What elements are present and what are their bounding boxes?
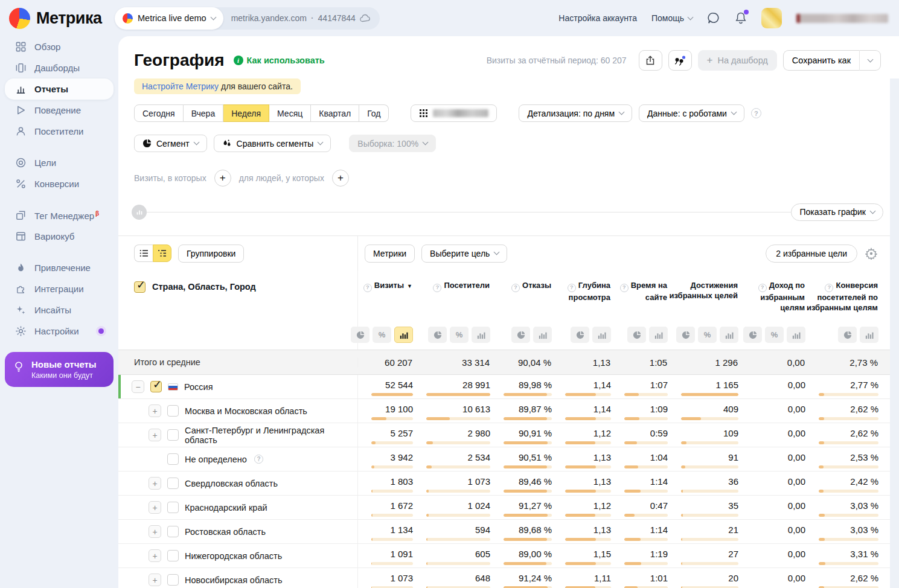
column-label[interactable]: ?Глубина просмотра [552,280,611,302]
account-settings-link[interactable]: Настройка аккаунта [558,13,637,23]
pie-view-button[interactable] [838,327,857,343]
help-circle-icon[interactable]: ? [363,284,372,292]
bar-view-button[interactable] [720,327,738,343]
bar-view-button[interactable] [394,327,413,343]
pie-view-button[interactable] [428,327,447,343]
region-name[interactable]: Свердловская область [185,479,278,488]
save-as-dropdown[interactable] [859,50,881,71]
region-name[interactable]: Новосибирская область [185,575,283,585]
segment-dropdown[interactable]: Сегмент [134,135,207,152]
sidebar-item-conversions[interactable]: Конверсии [0,173,118,194]
pie-view-button[interactable] [571,327,589,343]
row-checkbox[interactable] [150,381,162,392]
show-chart-button[interactable]: Показать график [791,203,883,221]
chat-icon[interactable] [707,11,720,25]
row-checkbox[interactable] [167,526,179,537]
compare-segments-dropdown[interactable]: Сравнить сегменты [214,135,331,152]
row-checkbox[interactable] [167,478,179,489]
sidebar-item-goals[interactable]: Цели [0,152,118,173]
help-circle-icon[interactable]: ? [825,284,833,292]
export-button[interactable] [639,50,662,71]
pie-view-button[interactable] [743,327,762,343]
row-checkbox[interactable] [167,574,179,586]
pie-view-button[interactable] [676,327,695,343]
scrollbar-gutter[interactable] [890,78,899,588]
percent-view-button[interactable]: % [450,327,469,343]
region-name[interactable]: Ростовская область [185,527,266,537]
tab-month[interactable]: Месяц [269,104,311,122]
region-name[interactable]: Краснодарский край [185,503,267,513]
row-checkbox[interactable] [167,550,179,561]
save-as-button[interactable]: Сохранить как [783,50,859,71]
column-label[interactable]: ?Отказы [511,280,552,292]
help-circle-icon[interactable]: ? [433,284,441,292]
help-circle-icon[interactable]: ? [254,455,263,464]
tree-view-button[interactable] [153,244,171,262]
bar-view-button[interactable] [649,327,668,343]
column-label[interactable]: ?Доход по избранным целям [738,280,805,313]
tab-week[interactable]: Неделя [223,104,269,122]
sidebar-item-reports[interactable]: Отчеты [5,78,114,100]
setup-metrica-link[interactable]: Настройте Метрику [142,81,219,91]
column-label[interactable]: ?Время на сайте [611,280,668,302]
expand-button[interactable]: + [149,574,161,586]
percent-view-button[interactable]: % [698,327,717,343]
expand-button[interactable]: + [149,477,161,490]
column-label[interactable]: ?Посетители [433,280,490,292]
region-name[interactable]: Не определено [185,455,247,464]
notifications-bell[interactable] [735,11,747,25]
new-reports-promo[interactable]: Новые отчеты Какими они будут [5,352,114,387]
bar-view-button[interactable] [787,327,805,343]
tab-today[interactable]: Сегодня [134,104,184,122]
region-name[interactable]: Россия [184,382,213,392]
pie-view-button[interactable] [351,327,370,343]
add-to-dashboard-button[interactable]: + На дашборд [698,50,777,71]
data-mode-dropdown[interactable]: Данные: с роботами [639,104,744,122]
list-view-button[interactable] [134,244,153,262]
expand-button[interactable]: + [149,404,161,417]
column-label[interactable]: ?Конверсия посетителей по избранным целя… [805,280,878,313]
region-name[interactable]: Нижегородская область [185,551,282,561]
groupings-button[interactable]: Группировки [178,244,244,263]
table-settings-gear-icon[interactable] [865,248,877,260]
sidebar-item-dashboards[interactable]: Дашборды [0,57,118,78]
expand-button[interactable]: + [149,525,161,538]
row-checkbox[interactable] [167,429,179,441]
help-circle-icon[interactable]: ? [758,284,767,292]
metrics-button[interactable]: Метрики [365,244,415,263]
expand-button[interactable]: + [149,429,161,441]
pie-view-button[interactable] [511,327,530,343]
column-label[interactable]: Достижения избранных целей [668,280,738,301]
detalization-dropdown[interactable]: Детализация: по дням [519,104,632,122]
add-people-condition-button[interactable]: + [332,170,349,187]
percent-view-button[interactable]: % [373,327,391,343]
expand-button[interactable]: + [149,501,161,514]
sampling-dropdown[interactable]: Выборка: 100% [349,135,436,152]
percent-view-button[interactable]: % [765,327,784,343]
sidebar-item-insights[interactable]: Инсайты [0,299,118,321]
counter-select[interactable]: Metrica live demo [115,7,223,30]
sidebar-item-settings[interactable]: Настройки [0,321,118,342]
date-range-button[interactable] [411,104,497,122]
choose-goal-dropdown[interactable]: Выберите цель [421,244,507,263]
sidebar-item-variocube[interactable]: Вариокуб [0,226,118,247]
row-checkbox[interactable] [167,502,179,513]
select-all-checkbox[interactable] [134,281,146,293]
region-name[interactable]: Санкт-Петербург и Ленинградская область [185,426,357,445]
bar-view-button[interactable] [533,327,552,343]
sidebar-item-acquisition[interactable]: Привлечение [0,257,118,278]
help-circle-icon[interactable]: ? [751,108,761,118]
help-circle-icon[interactable]: ? [620,284,629,292]
bar-view-button[interactable] [472,327,490,343]
sidebar-item-visitors[interactable]: Посетители [0,121,118,142]
sidebar-item-integrations[interactable]: Интеграции [0,278,118,299]
bar-view-button[interactable] [860,327,878,343]
region-name[interactable]: Москва и Московская область [185,406,307,416]
help-menu[interactable]: Помощь [651,13,693,23]
sidebar-item-behavior[interactable]: Поведение [0,100,118,121]
favorite-goals-button[interactable]: 2 избранные цели [766,244,857,263]
bar-view-button[interactable] [592,327,611,343]
help-circle-icon[interactable]: ? [568,284,576,292]
sidebar-item-overview[interactable]: Обзор [0,36,118,57]
how-to-use-link[interactable]: i Как использовать [234,56,325,65]
